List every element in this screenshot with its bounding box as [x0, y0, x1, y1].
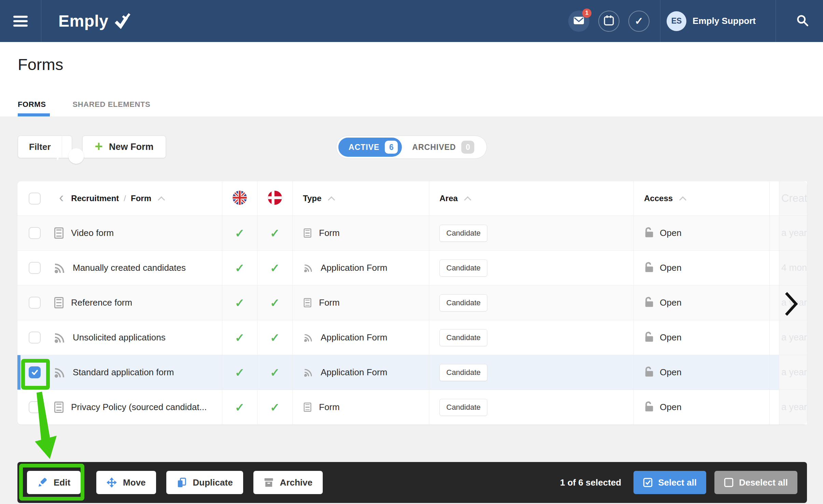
header-language-da[interactable]	[257, 181, 292, 215]
row-checkbox[interactable]	[29, 332, 41, 344]
row-checkbox[interactable]	[29, 297, 41, 309]
type-icon	[304, 298, 311, 307]
table-row-selected[interactable]: Standard application form ✓ ✓ Applicatio…	[17, 355, 807, 390]
form-name[interactable]: Reference form	[71, 297, 132, 308]
forms-table: ‹ Recruitment / Form Type Area Access Cr…	[17, 181, 807, 424]
toggle-knob[interactable]	[68, 148, 84, 164]
filter-control: Filter	[18, 136, 72, 158]
created-cell: a year	[779, 355, 807, 390]
bulk-action-bar: Edit Move Duplicate Archive 1 of 6 selec…	[17, 462, 807, 503]
table-row[interactable]: Reference form ✓ ✓ Form Candidate Open a…	[17, 285, 807, 320]
user-name[interactable]: Emply Support	[693, 16, 756, 26]
brand-logo[interactable]: Emply	[58, 12, 130, 30]
check-icon: ✓	[270, 401, 280, 414]
mail-count-badge: 1	[582, 9, 591, 18]
toolbar: Filter + New Form ACTIVE 6 ARCHIVED 0	[0, 116, 823, 181]
table-row[interactable]: Unsolicited applications ✓ ✓ Application…	[17, 320, 807, 355]
lock-open-icon	[644, 296, 654, 309]
table-header-row: ‹ Recruitment / Form Type Area Access Cr…	[17, 181, 807, 215]
form-feed-icon	[54, 367, 65, 378]
new-form-button[interactable]: + New Form	[82, 136, 166, 158]
mail-icon	[573, 16, 585, 27]
select-all-checkbox[interactable]	[29, 193, 41, 205]
page-title: Forms	[18, 42, 823, 74]
archived-count-badge: 0	[461, 141, 474, 154]
edit-button[interactable]: Edit	[27, 471, 81, 494]
tasks-button[interactable]: ✓	[628, 11, 650, 32]
menu-button[interactable]	[0, 0, 41, 42]
form-doc-icon	[54, 227, 64, 239]
check-icon: ✓	[270, 226, 280, 240]
header-type[interactable]: Type	[303, 194, 321, 203]
uk-flag-icon	[232, 190, 247, 207]
area-badge: Candidate	[440, 225, 487, 242]
created-cell: a year	[779, 320, 807, 355]
type-icon	[304, 403, 311, 412]
header-language-en[interactable]	[222, 181, 257, 215]
area-badge: Candidate	[440, 364, 487, 381]
search-button[interactable]	[782, 14, 823, 28]
tab-shared-elements[interactable]: SHARED ELEMENTS	[72, 100, 150, 116]
active-count-badge: 6	[385, 141, 398, 154]
messages-button[interactable]: 1	[568, 11, 589, 32]
duplicate-icon	[177, 477, 187, 488]
form-doc-icon	[54, 402, 64, 413]
form-name[interactable]: Privacy Policy (sourced candidat...	[71, 402, 207, 412]
type-icon	[304, 368, 313, 377]
lock-open-icon	[644, 262, 654, 275]
created-cell: a year	[779, 216, 807, 250]
check-icon: ✓	[235, 331, 245, 345]
check-icon: ✓	[235, 366, 245, 379]
header-access[interactable]: Access	[644, 194, 673, 203]
archive-icon	[264, 477, 274, 488]
tab-bar: FORMS SHARED ELEMENTS	[18, 100, 177, 116]
sort-icon[interactable]	[679, 196, 686, 203]
form-name[interactable]: Video form	[71, 228, 114, 238]
sort-icon[interactable]	[464, 196, 471, 203]
page-header: Forms FORMS SHARED ELEMENTS	[0, 42, 823, 116]
move-icon	[107, 477, 117, 488]
duplicate-button[interactable]: Duplicate	[166, 471, 243, 494]
row-checkbox-checked[interactable]	[29, 366, 41, 378]
row-checkbox[interactable]	[29, 262, 41, 274]
created-cell: 4 mon	[779, 251, 807, 285]
chevron-left-icon[interactable]: ‹	[59, 190, 64, 205]
table-row[interactable]: Video form ✓ ✓ Form Candidate Open a yea…	[17, 215, 807, 250]
segment-archived[interactable]: ARCHIVED 0	[402, 141, 485, 154]
check-icon: ✓	[235, 261, 245, 275]
avatar[interactable]: ES	[667, 11, 686, 31]
sort-asc-icon[interactable]	[158, 196, 165, 203]
checked-box-icon	[643, 478, 653, 487]
deselect-all-button[interactable]: Deselect all	[714, 471, 797, 494]
row-checkbox[interactable]	[29, 401, 41, 413]
header-group[interactable]: Recruitment	[71, 194, 119, 203]
top-bar: Emply 1 ✓ ES Emply Support	[0, 0, 823, 42]
header-area[interactable]: Area	[440, 194, 458, 203]
header-created: Created	[779, 181, 807, 215]
empty-box-icon	[724, 478, 734, 487]
segment-active[interactable]: ACTIVE 6	[338, 138, 402, 157]
table-row[interactable]: Privacy Policy (sourced candidat... ✓ ✓ …	[17, 390, 807, 424]
header-form[interactable]: Form	[131, 194, 151, 203]
selection-status: 1 of 6 selected	[560, 477, 621, 488]
type-icon	[304, 263, 313, 272]
select-all-button[interactable]: Select all	[633, 471, 706, 494]
form-name[interactable]: Manually created candidates	[73, 263, 186, 273]
archive-button[interactable]: Archive	[253, 471, 323, 494]
form-name[interactable]: Unsolicited applications	[73, 332, 166, 343]
check-icon: ✓	[270, 261, 280, 275]
area-badge: Candidate	[440, 294, 487, 311]
form-name[interactable]: Standard application form	[73, 367, 174, 378]
check-icon: ✓	[270, 296, 280, 310]
pencil-icon	[37, 477, 47, 488]
move-button[interactable]: Move	[96, 471, 156, 494]
emply-leaf-icon	[113, 12, 130, 30]
calendar-button[interactable]	[598, 11, 619, 32]
denmark-flag-icon	[267, 190, 282, 207]
tab-forms[interactable]: FORMS	[18, 100, 46, 116]
table-row[interactable]: Manually created candidates ✓ ✓ Applicat…	[17, 250, 807, 285]
scroll-right-chevron[interactable]	[784, 291, 798, 318]
sort-icon[interactable]	[328, 196, 335, 203]
filter-label: Filter	[18, 142, 62, 152]
row-checkbox[interactable]	[29, 227, 41, 239]
